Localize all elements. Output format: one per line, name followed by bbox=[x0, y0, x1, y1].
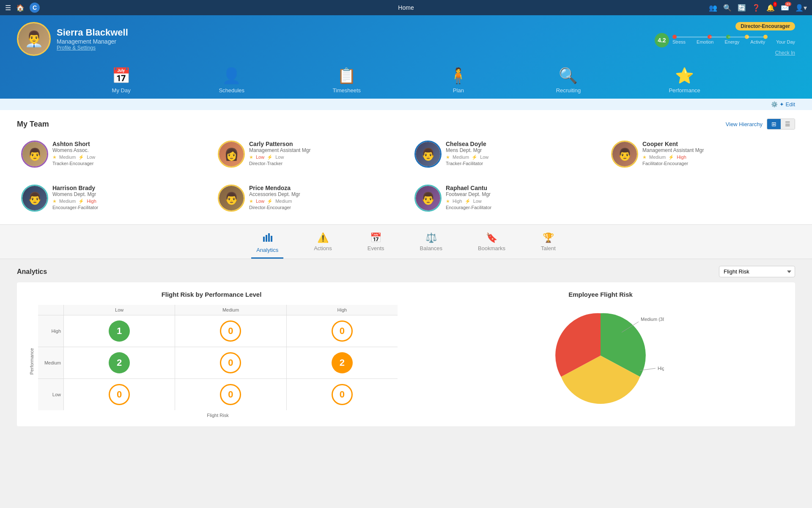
member-type: Facilitator-Encourager bbox=[642, 161, 791, 166]
tab-talent-label: Talent bbox=[541, 245, 556, 251]
user-icon[interactable]: 👤▾ bbox=[795, 4, 807, 12]
member-role: Womens Assoc. bbox=[52, 147, 201, 153]
charts-container: Flight Risk by Performance Level Perform… bbox=[17, 282, 795, 426]
tab-bookmarks[interactable]: 🔖 Bookmarks bbox=[473, 229, 510, 259]
mood-labels: Stress Emotion Energy Activity Your Day bbox=[672, 39, 795, 44]
nav-icons-row: 📅 My Day 👤 Schedules 📋 Timesheets 🧍 Plan… bbox=[17, 63, 795, 99]
tab-talent[interactable]: 🏆 Talent bbox=[536, 229, 561, 259]
search-icon[interactable]: 🔍 bbox=[723, 4, 732, 12]
member-stats: ★Medium ⚡High bbox=[52, 199, 201, 204]
table-row: 👨 Cooper Kent Management Assistant Mgr ★… bbox=[607, 136, 795, 172]
table-row: 👨 Price Mendoza Accessories Dept. Mgr ★L… bbox=[214, 180, 402, 216]
mood-track bbox=[672, 36, 795, 38]
member-name: Ashton Short bbox=[52, 141, 201, 147]
nav-item-plan[interactable]: 🧍 Plan bbox=[449, 67, 468, 99]
profile-info: Sierra Blackwell Management Manager Prof… bbox=[57, 27, 128, 51]
my-team-title: My Team bbox=[17, 120, 49, 129]
flight-count: 0 bbox=[332, 320, 353, 342]
member-role: Womens Dept. Mgr bbox=[52, 191, 201, 197]
grid-view-button[interactable]: ⊞ bbox=[767, 119, 781, 129]
gear-icon: ⚙️ bbox=[771, 101, 778, 108]
member-stats: ★Low ⚡Low bbox=[249, 155, 398, 160]
edit-link[interactable]: ⚙️ ✦ Edit bbox=[771, 101, 795, 108]
performance-icon: ⭐ bbox=[675, 67, 694, 85]
nav-item-timesheets[interactable]: 📋 Timesheets bbox=[332, 67, 361, 99]
y-label-high: High bbox=[38, 315, 63, 347]
analytics-dropdown[interactable]: Flight Risk Performance Engagement bbox=[719, 266, 795, 277]
checkin-link[interactable]: Check In bbox=[775, 50, 795, 56]
tab-analytics-label: Analytics bbox=[256, 247, 278, 253]
grid-cell-med-low: 2 bbox=[64, 347, 175, 378]
role-badge: Director-Encourager bbox=[735, 22, 795, 30]
y-label-medium: Medium bbox=[38, 347, 63, 378]
profile-settings-link[interactable]: Profile & Settings bbox=[57, 45, 128, 51]
member-type: Director-Tracker bbox=[249, 161, 398, 166]
plan-icon: 🧍 bbox=[449, 67, 468, 85]
avatar: 👨 bbox=[218, 185, 245, 212]
user-title: Management Manager bbox=[57, 38, 128, 45]
people-icon[interactable]: 👥 bbox=[709, 4, 717, 12]
nav-item-plan-label: Plan bbox=[453, 87, 464, 94]
nav-item-performance-label: Performance bbox=[669, 87, 700, 94]
header-section: 👨‍💼 Sierra Blackwell Management Manager … bbox=[0, 15, 812, 99]
nav-item-schedules-label: Schedules bbox=[219, 87, 244, 94]
nav-right: 👥 🔍 🔄 ❓ 🔔! ✉️33 👤▾ bbox=[709, 4, 807, 12]
mail-icon[interactable]: ✉️33 bbox=[781, 4, 789, 12]
member-type: Director-Encourager bbox=[249, 205, 398, 210]
nav-item-recruiting[interactable]: 🔍 Recruiting bbox=[556, 67, 581, 99]
user-name: Sierra Blackwell bbox=[57, 27, 128, 38]
flight-count: 1 bbox=[109, 320, 130, 342]
balances-icon: ⚖️ bbox=[425, 232, 437, 243]
member-stats: ★High ⚡Low bbox=[446, 199, 594, 204]
menu-icon[interactable]: ☰ bbox=[5, 4, 11, 12]
avatar: 👩 bbox=[218, 141, 245, 168]
nav-item-my-day[interactable]: 📅 My Day bbox=[112, 67, 131, 99]
tab-events[interactable]: 📅 Events bbox=[362, 229, 390, 259]
member-name: Cooper Kent bbox=[642, 141, 791, 147]
grid-cell-high-high: 0 bbox=[287, 315, 398, 347]
nav-item-my-day-label: My Day bbox=[112, 87, 131, 94]
view-hierarchy-link[interactable]: View Hierarchy bbox=[726, 121, 763, 127]
my-team-header: My Team View Hierarchy ⊞ ☰ bbox=[17, 119, 795, 130]
nav-item-recruiting-label: Recruiting bbox=[556, 87, 581, 94]
table-row: 👩 Carly Patterson Management Assistant M… bbox=[214, 136, 402, 172]
mood-score: 4.2 bbox=[655, 33, 669, 47]
x-label-low: Low bbox=[64, 305, 175, 315]
tab-actions[interactable]: ⚠️ Actions bbox=[309, 229, 337, 259]
member-type: Encourager-Facilitator bbox=[446, 205, 594, 210]
member-role: Management Assistant Mgr bbox=[249, 147, 398, 153]
help-icon[interactable]: ❓ bbox=[752, 4, 760, 12]
tab-analytics[interactable]: Analytics bbox=[251, 229, 283, 259]
svg-rect-3 bbox=[271, 236, 272, 242]
team-grid: 👨 Ashton Short Womens Assoc. ★Medium ⚡Lo… bbox=[17, 136, 795, 216]
my-day-icon: 📅 bbox=[112, 67, 131, 85]
x-label-high: High bbox=[287, 305, 398, 315]
flight-risk-chart: Flight Risk by Performance Level Perform… bbox=[25, 291, 398, 418]
nav-item-performance[interactable]: ⭐ Performance bbox=[669, 67, 700, 99]
member-name: Carly Patterson bbox=[249, 141, 398, 147]
grid-cell-low-high: 0 bbox=[287, 379, 398, 410]
member-stats: ★Low ⚡Medium bbox=[249, 199, 398, 204]
recruiting-icon: 🔍 bbox=[559, 67, 578, 85]
nav-item-schedules[interactable]: 👤 Schedules bbox=[219, 67, 244, 99]
refresh-icon[interactable]: 🔄 bbox=[738, 4, 746, 12]
mood-bar: 4.2 bbox=[655, 33, 795, 47]
svg-rect-2 bbox=[268, 233, 270, 242]
flight-count: 0 bbox=[220, 352, 241, 373]
grid-cell-med-medium: 0 bbox=[175, 347, 286, 378]
member-role: Management Assistant Mgr bbox=[642, 147, 791, 153]
brand-logo: C bbox=[30, 3, 40, 13]
list-view-button[interactable]: ☰ bbox=[781, 119, 795, 129]
user-avatar: 👨‍💼 bbox=[17, 22, 51, 56]
y-axis-label: Performance bbox=[29, 348, 34, 375]
x-label-medium: Medium bbox=[175, 305, 286, 315]
actions-icon: ⚠️ bbox=[317, 232, 329, 243]
member-stats: ★Medium ⚡Low bbox=[446, 155, 594, 160]
home-icon[interactable]: 🏠 bbox=[16, 4, 25, 12]
avatar: 👨 bbox=[21, 141, 48, 168]
notification-icon[interactable]: 🔔! bbox=[766, 4, 775, 12]
svg-text:Medium (38.24%): Medium (38.24%) bbox=[641, 317, 664, 322]
talent-icon: 🏆 bbox=[543, 232, 554, 243]
flight-count: 0 bbox=[220, 320, 241, 342]
tab-balances[interactable]: ⚖️ Balances bbox=[415, 229, 447, 259]
